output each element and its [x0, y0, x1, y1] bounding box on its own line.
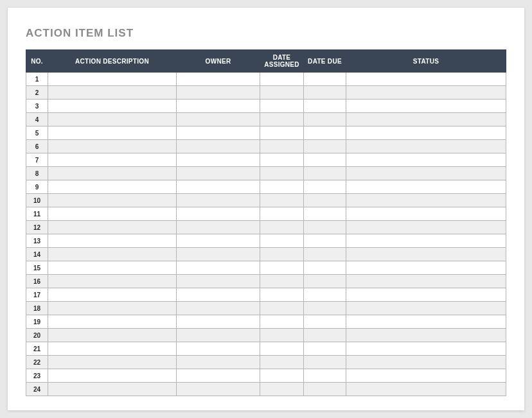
cell-date-due[interactable] [304, 261, 346, 275]
cell-status[interactable] [346, 180, 506, 194]
cell-status[interactable] [346, 140, 506, 153]
cell-date-assigned[interactable] [260, 369, 304, 383]
cell-date-due[interactable] [304, 302, 346, 315]
cell-date-assigned[interactable] [260, 315, 304, 329]
cell-no[interactable]: 14 [26, 248, 48, 261]
cell-description[interactable] [48, 261, 177, 275]
cell-description[interactable] [48, 288, 177, 302]
cell-date-assigned[interactable] [260, 207, 304, 221]
cell-date-assigned[interactable] [260, 100, 304, 113]
cell-date-assigned[interactable] [260, 329, 304, 342]
cell-date-due[interactable] [304, 167, 346, 180]
cell-owner[interactable] [177, 329, 260, 342]
cell-status[interactable] [346, 302, 506, 315]
cell-owner[interactable] [177, 369, 260, 383]
cell-date-due[interactable] [304, 180, 346, 194]
cell-no[interactable]: 4 [26, 113, 48, 126]
cell-owner[interactable] [177, 194, 260, 207]
cell-owner[interactable] [177, 140, 260, 153]
cell-no[interactable]: 13 [26, 234, 48, 248]
cell-date-due[interactable] [304, 248, 346, 261]
cell-owner[interactable] [177, 248, 260, 261]
cell-date-due[interactable] [304, 356, 346, 369]
cell-description[interactable] [48, 153, 177, 167]
cell-no[interactable]: 19 [26, 315, 48, 329]
cell-date-due[interactable] [304, 221, 346, 234]
cell-date-assigned[interactable] [260, 86, 304, 100]
cell-description[interactable] [48, 315, 177, 329]
cell-description[interactable] [48, 221, 177, 234]
cell-no[interactable]: 9 [26, 180, 48, 194]
cell-no[interactable]: 11 [26, 207, 48, 221]
cell-owner[interactable] [177, 261, 260, 275]
cell-date-assigned[interactable] [260, 356, 304, 369]
cell-description[interactable] [48, 86, 177, 100]
cell-owner[interactable] [177, 356, 260, 369]
cell-description[interactable] [48, 234, 177, 248]
cell-status[interactable] [346, 248, 506, 261]
cell-no[interactable]: 6 [26, 140, 48, 153]
cell-status[interactable] [346, 126, 506, 140]
cell-date-assigned[interactable] [260, 167, 304, 180]
cell-date-due[interactable] [304, 153, 346, 167]
cell-status[interactable] [346, 261, 506, 275]
cell-date-assigned[interactable] [260, 275, 304, 288]
cell-no[interactable]: 12 [26, 221, 48, 234]
cell-description[interactable] [48, 302, 177, 315]
cell-date-assigned[interactable] [260, 234, 304, 248]
cell-no[interactable]: 15 [26, 261, 48, 275]
cell-description[interactable] [48, 342, 177, 356]
cell-no[interactable]: 2 [26, 86, 48, 100]
cell-description[interactable] [48, 369, 177, 383]
cell-owner[interactable] [177, 86, 260, 100]
cell-status[interactable] [346, 221, 506, 234]
cell-owner[interactable] [177, 234, 260, 248]
cell-date-assigned[interactable] [260, 73, 304, 86]
cell-date-due[interactable] [304, 100, 346, 113]
cell-status[interactable] [346, 329, 506, 342]
cell-status[interactable] [346, 275, 506, 288]
cell-date-assigned[interactable] [260, 153, 304, 167]
cell-status[interactable] [346, 369, 506, 383]
cell-owner[interactable] [177, 153, 260, 167]
cell-no[interactable]: 1 [26, 73, 48, 86]
cell-no[interactable]: 8 [26, 167, 48, 180]
cell-description[interactable] [48, 356, 177, 369]
cell-owner[interactable] [177, 113, 260, 126]
cell-date-assigned[interactable] [260, 302, 304, 315]
cell-no[interactable]: 20 [26, 329, 48, 342]
cell-no[interactable]: 7 [26, 153, 48, 167]
cell-date-due[interactable] [304, 207, 346, 221]
cell-no[interactable]: 22 [26, 356, 48, 369]
cell-date-due[interactable] [304, 234, 346, 248]
cell-date-assigned[interactable] [260, 383, 304, 396]
cell-date-assigned[interactable] [260, 288, 304, 302]
cell-date-due[interactable] [304, 73, 346, 86]
cell-description[interactable] [48, 180, 177, 194]
cell-date-assigned[interactable] [260, 248, 304, 261]
cell-no[interactable]: 10 [26, 194, 48, 207]
cell-owner[interactable] [177, 383, 260, 396]
cell-date-assigned[interactable] [260, 221, 304, 234]
cell-owner[interactable] [177, 167, 260, 180]
cell-owner[interactable] [177, 100, 260, 113]
cell-no[interactable]: 18 [26, 302, 48, 315]
cell-description[interactable] [48, 73, 177, 86]
cell-date-due[interactable] [304, 275, 346, 288]
cell-date-assigned[interactable] [260, 126, 304, 140]
cell-status[interactable] [346, 207, 506, 221]
cell-date-assigned[interactable] [260, 113, 304, 126]
cell-date-due[interactable] [304, 113, 346, 126]
cell-date-assigned[interactable] [260, 342, 304, 356]
cell-status[interactable] [346, 113, 506, 126]
cell-status[interactable] [346, 383, 506, 396]
cell-date-assigned[interactable] [260, 140, 304, 153]
cell-description[interactable] [48, 140, 177, 153]
cell-description[interactable] [48, 207, 177, 221]
cell-owner[interactable] [177, 275, 260, 288]
cell-owner[interactable] [177, 221, 260, 234]
cell-date-due[interactable] [304, 329, 346, 342]
cell-no[interactable]: 16 [26, 275, 48, 288]
cell-owner[interactable] [177, 73, 260, 86]
cell-description[interactable] [48, 383, 177, 396]
